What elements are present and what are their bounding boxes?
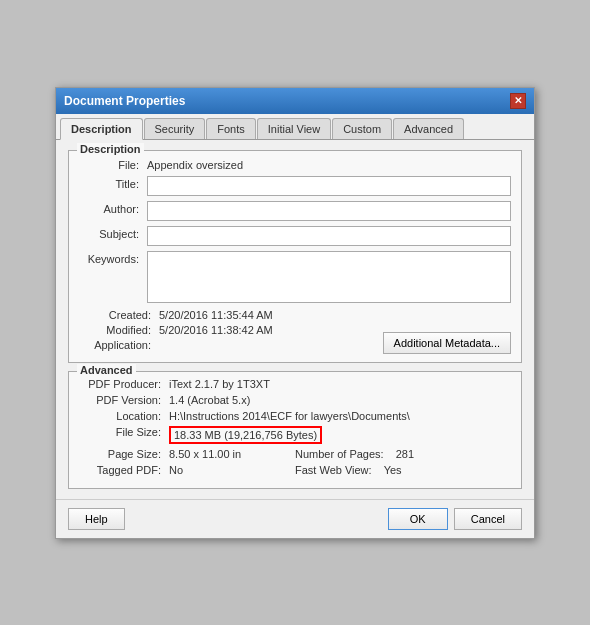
tab-advanced[interactable]: Advanced [393,118,464,139]
additional-metadata-button[interactable]: Additional Metadata... [383,332,511,354]
tab-custom[interactable]: Custom [332,118,392,139]
location-row: Location: H:\Instructions 2014\ECF for l… [79,410,511,422]
modified-row: Modified: 5/20/2016 11:38:42 AM [79,324,383,336]
description-section-title: Description [77,143,144,155]
modified-value: 5/20/2016 11:38:42 AM [159,324,273,336]
file-size-label: File Size: [79,426,169,444]
modified-label: Modified: [79,324,159,336]
file-label: File: [79,157,147,171]
dates-area: Created: 5/20/2016 11:35:44 AM Modified:… [79,309,383,354]
file-value: Appendix oversized [147,157,243,171]
tagged-pdf-label: Tagged PDF: [79,464,169,476]
page-size-value: 8.50 x 11.00 in [169,448,295,460]
advanced-section: Advanced PDF Producer: iText 2.1.7 by 1T… [68,371,522,489]
location-label: Location: [79,410,169,422]
ok-button[interactable]: OK [388,508,448,530]
tab-description[interactable]: Description [60,118,143,140]
page-size-label: Page Size: [79,448,169,460]
keywords-textarea[interactable] [147,251,511,303]
page-size-col: Page Size: 8.50 x 11.00 in [79,448,295,460]
application-row: Application: [79,339,383,351]
keywords-label: Keywords: [79,251,147,265]
pdf-producer-value: iText 2.1.7 by 1T3XT [169,378,511,390]
author-row: Author: [79,201,511,221]
footer: Help OK Cancel [56,499,534,538]
file-size-highlighted: 18.33 MB (19,216,756 Bytes) [169,426,322,444]
file-size-row: File Size: 18.33 MB (19,216,756 Bytes) [79,426,511,444]
title-row: Title: [79,176,511,196]
tagged-pdf-row: Tagged PDF: No Fast Web View: Yes [79,464,511,476]
close-button[interactable]: ✕ [510,93,526,109]
num-pages-label: Number of Pages: [295,448,384,460]
created-label: Created: [79,309,159,321]
tab-fonts[interactable]: Fonts [206,118,256,139]
advanced-section-title: Advanced [77,364,136,376]
file-size-value: 18.33 MB (19,216,756 Bytes) [169,426,511,444]
subject-row: Subject: [79,226,511,246]
tab-security[interactable]: Security [144,118,206,139]
metadata-row: Created: 5/20/2016 11:35:44 AM Modified:… [79,309,511,354]
title-label: Title: [79,176,147,190]
title-input[interactable] [147,176,511,196]
description-section: Description File: Appendix oversized Tit… [68,150,522,363]
application-label: Application: [79,339,159,351]
content-area: Description File: Appendix oversized Tit… [56,140,534,499]
cancel-button[interactable]: Cancel [454,508,522,530]
num-pages-value: 281 [396,448,414,460]
file-row: File: Appendix oversized [79,157,511,171]
tab-initial-view[interactable]: Initial View [257,118,331,139]
num-pages-col: Number of Pages: 281 [295,448,511,460]
author-label: Author: [79,201,147,215]
tagged-pdf-value: No [169,464,295,476]
subject-label: Subject: [79,226,147,240]
fast-web-value: Yes [384,464,402,476]
fast-web-col: Fast Web View: Yes [295,464,511,476]
tab-bar: Description Security Fonts Initial View … [56,114,534,140]
created-row: Created: 5/20/2016 11:35:44 AM [79,309,383,321]
footer-right-buttons: OK Cancel [388,508,522,530]
pdf-version-value: 1.4 (Acrobat 5.x) [169,394,511,406]
subject-input[interactable] [147,226,511,246]
title-bar: Document Properties ✕ [56,88,534,114]
help-button[interactable]: Help [68,508,125,530]
document-properties-dialog: Document Properties ✕ Description Securi… [55,87,535,539]
tagged-pdf-col: Tagged PDF: No [79,464,295,476]
pdf-producer-label: PDF Producer: [79,378,169,390]
page-size-row: Page Size: 8.50 x 11.00 in Number of Pag… [79,448,511,460]
pdf-version-row: PDF Version: 1.4 (Acrobat 5.x) [79,394,511,406]
created-value: 5/20/2016 11:35:44 AM [159,309,273,321]
keywords-row: Keywords: [79,251,511,303]
location-value: H:\Instructions 2014\ECF for lawyers\Doc… [169,410,511,422]
author-input[interactable] [147,201,511,221]
fast-web-label: Fast Web View: [295,464,372,476]
pdf-producer-row: PDF Producer: iText 2.1.7 by 1T3XT [79,378,511,390]
dialog-title: Document Properties [64,94,185,108]
pdf-version-label: PDF Version: [79,394,169,406]
